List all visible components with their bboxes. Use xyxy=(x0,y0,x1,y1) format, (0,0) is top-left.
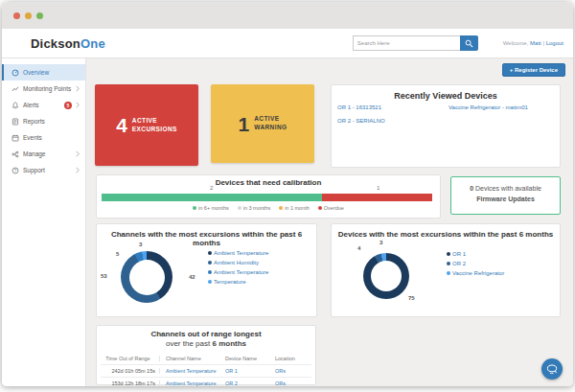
bell-icon xyxy=(12,102,19,109)
device-link[interactable]: OR 1 xyxy=(452,251,466,257)
table-row: 153d 12h 18m 17s Ambient Temperature OR … xyxy=(101,377,311,386)
col-header: Location xyxy=(269,356,311,361)
calibration-stacked-bar xyxy=(102,194,432,201)
time-out-of-range: 153d 12h 18m 17s xyxy=(101,380,160,386)
active-warning-card[interactable]: 1 ACTIVEWARNING xyxy=(211,84,314,163)
user-link[interactable]: Matt xyxy=(530,40,541,46)
chevron-right-icon xyxy=(76,85,80,92)
recent-device-link[interactable]: OR 2 - SERIALNO xyxy=(337,118,385,124)
firmware-updates-card[interactable]: 0 Devices with available Firmware Update… xyxy=(450,176,561,215)
sidebar-item-monitoring-points[interactable]: Monitoring Points xyxy=(2,81,85,97)
donut-value-label: 4 xyxy=(357,245,360,251)
sitemap-icon xyxy=(12,150,19,158)
sidebar-item-label: Reports xyxy=(23,118,80,125)
sidebar-item-reports[interactable]: Reports xyxy=(2,113,85,129)
device-link[interactable]: OR 2 xyxy=(452,261,466,266)
recent-device-link[interactable]: Vaccine Refrigerator - mattm01 xyxy=(448,104,528,110)
location-link[interactable]: ORs xyxy=(275,368,286,374)
device-link[interactable]: OR 2 xyxy=(225,380,238,386)
line-chart-icon xyxy=(12,85,19,93)
excursions-count: 4 xyxy=(116,115,127,135)
channel-link[interactable]: Temperature xyxy=(214,279,246,285)
sidebar-item-events[interactable]: Events xyxy=(2,129,85,146)
legend-dot xyxy=(193,206,196,210)
location-link[interactable]: ORs xyxy=(275,380,286,386)
legend-label: in 6+ months xyxy=(198,205,229,211)
firmware-text: Devices with available xyxy=(473,185,541,192)
legend-dot xyxy=(447,262,450,265)
donut-value-label: 5 xyxy=(116,251,119,257)
donut-value-label: 75 xyxy=(408,295,415,301)
recently-viewed-title: Recently Viewed Devices xyxy=(332,85,560,101)
recent-device-link[interactable]: OR 1 - 16313521 xyxy=(337,104,381,110)
chevron-right-icon xyxy=(76,167,80,173)
legend-label: Overdue xyxy=(324,205,344,211)
firmware-text-line2: Firmware Updates xyxy=(476,196,535,202)
table-header-row: Time Out of Range Channel Name Device Na… xyxy=(101,352,311,364)
legend-dot xyxy=(447,271,450,275)
browser-titlebar xyxy=(2,2,573,29)
channel-link[interactable]: Ambient Humidity xyxy=(214,260,259,265)
channel-link[interactable]: Ambient Temperature xyxy=(214,250,268,256)
register-device-button[interactable]: + Register Device xyxy=(502,63,565,77)
sidebar-item-label: Alerts xyxy=(23,102,64,108)
calendar-icon xyxy=(12,134,19,142)
chevron-right-icon xyxy=(76,150,80,157)
sidebar-item-label: Support xyxy=(23,167,74,173)
sidebar-item-label: Manage xyxy=(23,150,74,157)
channels-donut-chart xyxy=(121,251,172,303)
chat-button[interactable] xyxy=(541,358,563,380)
legend-label: in 1 month xyxy=(285,205,310,211)
sidebar-nav: Overview Monitoring Points Alerts 5 Repo… xyxy=(2,58,86,386)
sidebar-item-overview[interactable]: Overview xyxy=(2,64,85,81)
user-menu: Welcome, Matt | Logout xyxy=(503,40,564,46)
alerts-count-badge: 5 xyxy=(64,102,72,109)
devices-donut-chart xyxy=(363,253,409,299)
menu-divider: | xyxy=(542,40,544,46)
channels-excursions-card: Channels with the most excursions within… xyxy=(96,223,317,317)
legend-dot xyxy=(208,280,212,284)
channel-link[interactable]: Ambient Temperature xyxy=(166,380,216,386)
logout-link[interactable]: Logout xyxy=(546,40,564,46)
device-link[interactable]: Vaccine Refrigerator xyxy=(452,270,504,276)
chevron-right-icon xyxy=(76,102,80,108)
search-button[interactable] xyxy=(460,35,478,51)
time-out-of-range: 242d 01h 05m 15s xyxy=(101,368,160,374)
col-header: Channel Name xyxy=(160,356,219,361)
logo-text-dark: Dickson xyxy=(31,36,80,51)
search-input[interactable] xyxy=(353,35,460,51)
devices-excursions-card: Devices with the most excursions within … xyxy=(331,223,561,317)
search-bar xyxy=(353,35,478,51)
search-icon xyxy=(465,39,473,48)
col-header: Device Name xyxy=(219,356,269,361)
legend-dot xyxy=(318,206,322,210)
sidebar-item-support[interactable]: ? Support xyxy=(2,162,85,178)
legend-dot xyxy=(279,206,283,210)
legend-dot xyxy=(208,261,212,265)
help-icon: ? xyxy=(12,167,19,174)
table-row: 242d 01h 05m 15s Ambient Temperature OR … xyxy=(101,364,311,377)
active-excursions-card[interactable]: 4 ACTIVEEXCURSIONS xyxy=(95,84,198,166)
welcome-text: Welcome, xyxy=(503,40,529,46)
stat-label-line2: EXCURSIONS xyxy=(132,126,177,132)
calibration-card: Devices that need calibration 2 1 in 6+ … xyxy=(96,174,441,219)
channel-link[interactable]: Ambient Temperature xyxy=(214,269,268,275)
sidebar-item-manage[interactable]: Manage xyxy=(2,146,85,162)
channel-link[interactable]: Ambient Temperature xyxy=(166,368,216,374)
donut-value-label: 53 xyxy=(101,273,107,279)
sidebar-item-label: Monitoring Points xyxy=(23,85,74,92)
calibration-bar-label: 2 xyxy=(210,185,213,191)
donut-value-label: 3 xyxy=(139,242,142,247)
calibration-bar-label: 1 xyxy=(377,185,380,191)
out-of-range-card: Channels out of range longest over the p… xyxy=(96,325,316,385)
close-window-icon[interactable] xyxy=(13,12,20,19)
maximize-window-icon[interactable] xyxy=(36,12,43,19)
minimize-window-icon[interactable] xyxy=(25,12,32,19)
calibration-title: Devices that need calibration xyxy=(97,175,440,187)
sidebar-item-label: Events xyxy=(23,134,80,141)
stat-label-line1: ACTIVE xyxy=(132,117,157,124)
sidebar-item-alerts[interactable]: Alerts 5 xyxy=(2,97,85,113)
device-link[interactable]: OR 1 xyxy=(225,368,238,374)
dicksonone-logo[interactable]: DicksonOne xyxy=(31,36,105,51)
warning-count: 1 xyxy=(239,114,250,134)
